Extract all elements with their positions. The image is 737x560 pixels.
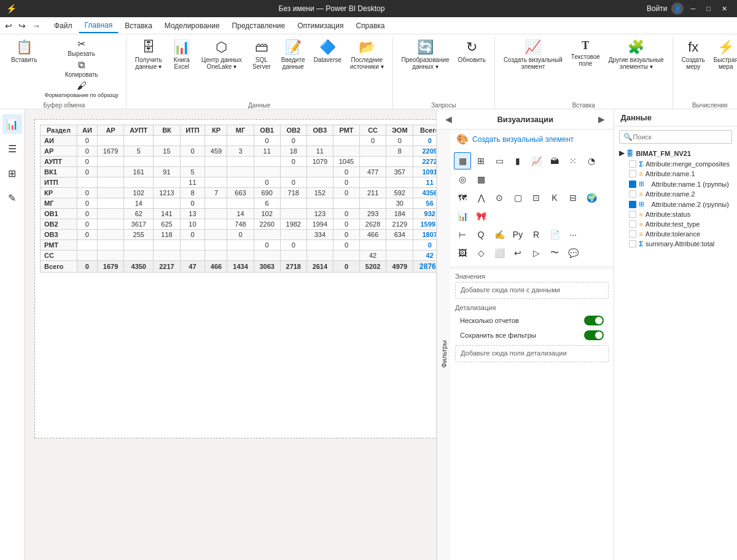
viz-icon-ribbon[interactable]: 🎀 — [472, 208, 489, 225]
new-measure-button[interactable]: fx Создатьмеру — [678, 37, 709, 72]
viz-panel-collapse-button[interactable]: ◀ — [443, 113, 454, 125]
viz-icon-decomp[interactable]: ⊢ — [454, 226, 471, 243]
detail-drop-zone[interactable]: Добавьте сюда поля детализации — [455, 345, 609, 362]
viz-icon-waterfall[interactable]: 📊 — [454, 208, 471, 225]
dataset-group-header[interactable]: ▶ 🗄 BIMAT_FM_NV21 — [617, 147, 735, 159]
viz-icon-button[interactable]: ⬜ — [491, 244, 508, 262]
viz-icon-area[interactable]: 🏔 — [546, 152, 563, 169]
viz-icon-paginated[interactable]: 📄 — [546, 226, 563, 243]
other-visuals-button[interactable]: 🧩 Другие визуальныеэлементы ▾ — [605, 37, 668, 72]
menu-home[interactable]: Главная — [79, 18, 119, 33]
viz-icon-scatter[interactable]: ⁙ — [564, 152, 582, 169]
field-tolerance[interactable]: ≡ Attribute:tolerance — [617, 229, 735, 239]
values-drop-zone[interactable]: Добавьте сюда поля с данными — [455, 282, 609, 299]
viz-icon-line[interactable]: 📈 — [528, 152, 545, 169]
viz-icon-matrix[interactable]: ⊞ — [472, 152, 489, 169]
format-paint-button[interactable]: 🖌 Форматирование по образцу — [42, 79, 120, 99]
menu-insert[interactable]: Вставка — [119, 19, 158, 33]
signin-button[interactable]: Войти — [647, 4, 668, 13]
field-checkbox[interactable] — [629, 211, 636, 218]
field-checkbox[interactable] — [629, 230, 636, 238]
field-summary-total[interactable]: Σ summary.Attribute:total — [617, 239, 735, 249]
maximize-button[interactable]: □ — [703, 4, 714, 14]
report-view-button[interactable]: 📊 — [2, 114, 22, 134]
enter-data-button[interactable]: 📝 Введитеданные — [278, 37, 309, 72]
menu-file[interactable]: Файл — [48, 19, 79, 33]
recent-sources-button[interactable]: 📂 Последниеисточники ▾ — [346, 37, 387, 72]
model-view-button[interactable]: ⊞ — [2, 163, 22, 183]
field-test-type[interactable]: ≡ Attribute:test_type — [617, 219, 735, 229]
transform-button[interactable]: 🔄 Преобразованиеданных ▾ — [398, 37, 453, 72]
viz-icon-more[interactable]: ··· — [564, 226, 582, 243]
text-box-button[interactable]: T Текстовоеполе — [567, 37, 604, 69]
close-button[interactable]: ✕ — [718, 4, 731, 14]
field-checkbox[interactable] — [629, 190, 636, 198]
field-checkbox[interactable] — [629, 220, 636, 228]
viz-icon-chat[interactable]: 💬 — [564, 244, 582, 262]
toggle1[interactable] — [584, 316, 604, 325]
build-visual-button[interactable]: 🎨 Создать визуальный элемент — [450, 130, 580, 149]
field-checkbox[interactable] — [629, 181, 636, 188]
copy-button[interactable]: ⧉ Копировать — [42, 58, 120, 79]
redo-button[interactable]: ↪ — [16, 20, 28, 32]
viz-icon-power-automate[interactable]: ▷ — [528, 244, 545, 262]
menu-optimize[interactable]: Оптимизация — [291, 19, 349, 33]
create-visual-button[interactable]: 📈 Создать визуальныйэлемент — [500, 37, 566, 72]
viz-icon-image[interactable]: 🖼 — [454, 244, 471, 262]
viz-icon-r[interactable]: R — [528, 226, 545, 243]
field-name1[interactable]: ≡ Attribute:name.1 — [617, 169, 735, 179]
field-checkbox[interactable] — [629, 240, 636, 247]
field-name2-group[interactable]: ⊞ Attribute:name.2 (группы) — [617, 199, 735, 209]
field-status[interactable]: ≡ Attribute:status — [617, 209, 735, 219]
sql-button[interactable]: 🗃 SQLServer — [247, 37, 276, 72]
viz-icon-pie[interactable]: ◔ — [583, 152, 600, 169]
paste-button[interactable]: 📋 Вставить — [7, 37, 41, 66]
viz-icon-card[interactable]: ▢ — [509, 189, 526, 206]
toggle2[interactable] — [584, 330, 604, 340]
viz-icon-map[interactable]: 🗺 — [454, 189, 471, 206]
viz-icon-bar[interactable]: ▭ — [491, 152, 508, 169]
viz-icon-table[interactable]: ▦ — [454, 152, 471, 169]
menu-help[interactable]: Справка — [349, 19, 391, 33]
user-avatar[interactable]: 👤 — [671, 2, 684, 15]
viz-icon-pageref[interactable]: ↩ — [509, 244, 526, 262]
viz-icon-py[interactable]: Py — [509, 226, 526, 243]
dax-query-button[interactable]: ✎ — [2, 188, 22, 208]
quick-measure-button[interactable]: ⚡ Быстраямера — [710, 37, 737, 72]
sigma-icon: Σ — [639, 160, 643, 168]
get-data-button[interactable]: 🗄 Получитьданные ▾ — [131, 37, 166, 72]
search-input[interactable] — [633, 133, 728, 141]
forward-button[interactable]: → — [29, 20, 43, 32]
viz-icon-sparkline[interactable]: 〜 — [546, 244, 563, 262]
viz-icon-treemap[interactable]: ▩ — [472, 171, 489, 188]
viz-icon-gauge[interactable]: ⊙ — [491, 189, 508, 206]
menu-view[interactable]: Представление — [226, 19, 292, 33]
field-name1-group[interactable]: ⊞ Attribute:name.1 (группы) — [617, 179, 735, 189]
viz-icon-funnel[interactable]: ⋀ — [472, 189, 489, 206]
refresh-button[interactable]: ↻ Обновить — [454, 37, 489, 66]
field-checkbox[interactable] — [629, 160, 636, 168]
viz-icon-slicer[interactable]: ⊟ — [564, 189, 582, 206]
cut-button[interactable]: ✂ Вырезать — [42, 37, 120, 58]
minimize-button[interactable]: ─ — [687, 4, 700, 14]
dataverse-button[interactable]: 🔷 Dataverse — [310, 37, 345, 66]
viz-icon-donut[interactable]: ◎ — [454, 171, 471, 188]
viz-icon-shape-map[interactable]: 🌍 — [583, 189, 600, 206]
viz-icon-smart[interactable]: ✍ — [491, 226, 508, 243]
viz-icon-qa[interactable]: Q — [472, 226, 489, 243]
table-view-button[interactable]: ☰ — [2, 139, 22, 158]
viz-icon-multirow[interactable]: ⊡ — [528, 189, 545, 206]
viz-icon-col[interactable]: ▮ — [509, 152, 526, 169]
viz-panel-expand-button[interactable]: ▶ — [596, 113, 607, 125]
field-merge-composites[interactable]: Σ Attribute:merge_composites — [617, 159, 735, 169]
menu-modeling[interactable]: Моделирование — [158, 19, 226, 33]
field-checkbox[interactable] — [629, 170, 636, 177]
onelake-button[interactable]: ⬡ Центр данныхOneLake ▾ — [198, 37, 246, 72]
filters-tab[interactable]: Фильтры — [437, 130, 450, 560]
viz-icon-shape[interactable]: ◇ — [472, 244, 489, 262]
undo-button[interactable]: ↩ — [2, 20, 15, 32]
field-checkbox[interactable] — [629, 201, 636, 208]
field-name2[interactable]: ≡ Attribute:name.2 — [617, 189, 735, 199]
viz-icon-kpi[interactable]: K — [546, 189, 563, 206]
excel-button[interactable]: 📊 КнигаExcel — [167, 37, 197, 72]
